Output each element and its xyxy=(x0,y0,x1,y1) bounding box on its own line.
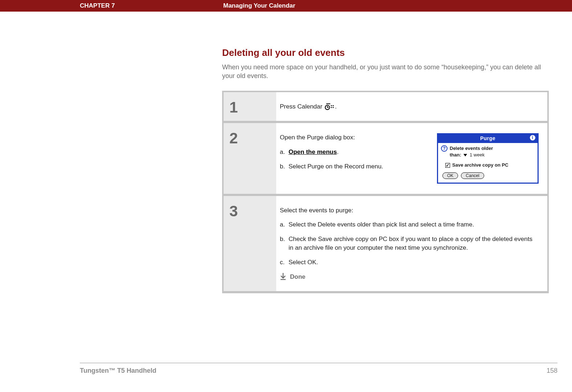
purge-dialog: Purge i ? Delete events older than: xyxy=(437,133,539,183)
step-body: Open the Purge dialog box: a. Open the m… xyxy=(276,123,547,193)
header-bar: CHAPTER 7 Managing Your Calendar xyxy=(0,0,572,12)
steps-table: 1 Press Calendar . xyxy=(222,91,549,294)
product-light: Handheld xyxy=(127,367,156,374)
step-number: 2 xyxy=(224,123,276,193)
svg-point-4 xyxy=(331,105,332,106)
purge-dialog-title: Purge i xyxy=(438,134,538,143)
done-arrow-icon xyxy=(280,273,286,281)
sub-label: b. xyxy=(280,162,289,171)
svg-point-6 xyxy=(331,107,332,108)
save-archive-checkbox[interactable] xyxy=(445,163,450,168)
sub-label: b. xyxy=(280,235,289,252)
open-the-menus-link[interactable]: Open the menus xyxy=(289,148,337,155)
purge-than-label: than: xyxy=(450,152,461,158)
dropdown-icon[interactable] xyxy=(463,154,467,156)
sub-label: a. xyxy=(280,220,289,229)
step-row-3: 3 Select the events to purge: a. Select … xyxy=(224,196,547,291)
step1-text-b: . xyxy=(335,103,337,110)
page-number: 158 xyxy=(547,367,557,375)
sub-label: c. xyxy=(280,258,289,267)
sub-b-text: Check the Save archive copy on PC box if… xyxy=(289,235,539,252)
section-intro: When you need more space on your handhel… xyxy=(222,63,549,81)
product-name: Tungsten™ T5 Handheld xyxy=(80,367,156,375)
page-footer: Tungsten™ T5 Handheld 158 xyxy=(80,363,557,375)
header-chapter: CHAPTER 7 xyxy=(0,2,221,9)
step-body: Press Calendar . xyxy=(276,92,547,121)
product-bold: Tungsten™ T5 xyxy=(80,367,127,374)
sub-c-text: Select OK. xyxy=(289,258,318,267)
purge-picklist-value[interactable]: 1 week xyxy=(470,152,485,158)
ok-button[interactable]: OK xyxy=(442,172,458,179)
question-icon: ? xyxy=(441,145,448,152)
step3-intro: Select the events to purge: xyxy=(280,206,539,215)
step-row-2: 2 Open the Purge dialog box: a. Open the… xyxy=(224,123,547,196)
svg-point-7 xyxy=(332,107,334,108)
sub-label: a. xyxy=(280,148,289,156)
svg-rect-0 xyxy=(326,103,330,104)
sub-a-tail: . xyxy=(337,148,339,155)
purge-line1: Delete events older xyxy=(450,145,493,152)
section-title: Deleting all your old events xyxy=(222,47,549,58)
step-row-1: 1 Press Calendar . xyxy=(224,92,547,123)
step-number: 1 xyxy=(224,92,276,121)
done-label: Done xyxy=(290,273,306,281)
purge-title-text: Purge xyxy=(480,135,495,141)
calendar-icon xyxy=(325,103,334,110)
sub-a-text: Select the Delete events older than pick… xyxy=(289,220,474,229)
step2-intro: Open the Purge dialog box: xyxy=(280,133,430,142)
step1-text-a: Press Calendar xyxy=(280,103,324,110)
save-archive-label: Save archive copy on PC xyxy=(452,162,508,168)
sub-b-text: Select Purge on the Record menu. xyxy=(289,162,383,171)
step-number: 3 xyxy=(224,196,276,291)
cancel-button[interactable]: Cancel xyxy=(461,172,484,179)
svg-point-5 xyxy=(332,105,334,106)
info-icon[interactable]: i xyxy=(530,135,535,140)
main-content: Deleting all your old events When you ne… xyxy=(222,47,549,293)
header-title: Managing Your Calendar xyxy=(221,2,572,9)
step-body: Select the events to purge: a. Select th… xyxy=(276,196,547,291)
